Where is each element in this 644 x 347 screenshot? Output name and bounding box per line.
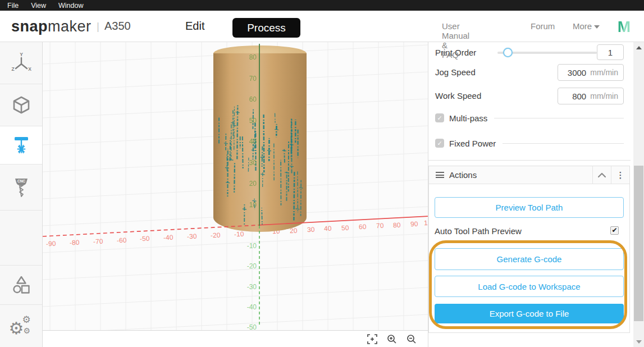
generate-gcode-button[interactable]: Generate G-code [435, 248, 624, 270]
zoom-in-button[interactable] [387, 334, 397, 344]
z-axis-label: 60 [242, 95, 257, 103]
sidebar-item-orientation[interactable]: Y Z X [0, 42, 42, 84]
sidebar-item-settings[interactable]: ⚙⚙⚙ [0, 305, 42, 347]
left-toolbar: Y Z X CNC [0, 42, 43, 347]
preview-tool-path-button[interactable]: Preview Tool Path [435, 197, 624, 218]
menu-window[interactable]: Window [58, 2, 83, 10]
svg-text:CNC: CNC [17, 179, 25, 183]
sidebar-item-laser[interactable] [0, 126, 42, 165]
fixed-power-label: Fixed Power [449, 139, 496, 148]
xyz-axis-icon: Y Z X [10, 52, 33, 74]
svg-text:Z: Z [11, 66, 14, 72]
actions-title: Actions [449, 170, 477, 180]
scroll-up-button[interactable] [633, 42, 644, 53]
fit-view-button[interactable] [367, 334, 377, 344]
triangle-up-icon [636, 46, 642, 49]
section-menu-button[interactable]: ⋮ [611, 166, 629, 184]
sidebar-cell-empty [0, 211, 42, 266]
work-speed-row: Work Speed 800 mm/min [435, 88, 624, 104]
viewport-axes [43, 42, 428, 330]
tab-edit[interactable]: Edit [185, 20, 204, 33]
cube-icon [10, 94, 33, 116]
jog-speed-row: Jog Speed 3000 mm/min [435, 64, 624, 81]
triangle-down-icon [636, 340, 642, 344]
svg-text:X: X [28, 66, 31, 72]
scrollbar-thumb[interactable] [634, 166, 643, 321]
section-divider [428, 160, 631, 161]
multi-pass-checkbox[interactable]: ✓ [435, 113, 444, 122]
slider-handle[interactable] [503, 48, 513, 57]
machine-model-label: A350 [104, 20, 131, 33]
print-order-input[interactable]: 1 [597, 44, 624, 60]
hamburger-icon[interactable] [436, 171, 444, 180]
zoom-out-button[interactable] [407, 334, 417, 344]
sidebar-item-3d-view[interactable] [0, 84, 42, 126]
z-axis-label: 40 [242, 138, 257, 145]
app-menu-bar: File View Window [0, 0, 644, 11]
laser-tool-icon [10, 134, 33, 157]
auto-preview-checkbox[interactable]: ✔ [610, 226, 619, 235]
auto-tool-path-preview-row: Auto Tool Path Preview ✔ [435, 225, 624, 236]
menu-file[interactable]: File [7, 2, 19, 10]
z-axis-label: 30 [242, 159, 257, 167]
print-order-row: Print Order 1 [435, 44, 624, 61]
menu-view[interactable]: View [31, 2, 46, 10]
z-axis-label: 70 [242, 75, 257, 83]
snapmaker-logo: snapmaker [11, 18, 92, 35]
link-forum[interactable]: Forum [531, 21, 554, 31]
jog-speed-unit: mm/min [590, 68, 618, 77]
auto-preview-label: Auto Tool Path Preview [435, 226, 522, 236]
process-settings-panel: Print Order 1 Jog Speed 3000 mm/min Work… [428, 42, 630, 347]
z-axis-label: 50 [242, 117, 257, 125]
work-speed-label: Work Speed [435, 91, 481, 101]
load-gcode-button[interactable]: Load G-code to Workspace [435, 276, 624, 297]
chevron-down-icon [594, 25, 600, 29]
menu-more[interactable]: More [573, 21, 610, 31]
print-order-slider[interactable] [497, 44, 597, 61]
divider-line [503, 143, 624, 144]
panel-scrollbar[interactable] [633, 42, 644, 347]
scroll-down-button[interactable] [633, 336, 644, 347]
multi-pass-label: Multi-pass [449, 113, 487, 123]
jog-speed-input[interactable]: 3000 mm/min [558, 64, 624, 81]
chevron-up-icon [598, 172, 606, 177]
collapse-section-button[interactable] [592, 166, 611, 184]
actions-card: Actions ⋮ Preview Tool Path Auto Tool Pa… [428, 166, 630, 333]
sidebar-item-shapes[interactable] [0, 266, 42, 305]
header-separator: | [97, 20, 99, 33]
cnc-tool-icon: CNC [10, 175, 33, 200]
multi-pass-row: ✓ Multi-pass [435, 112, 624, 124]
viewport-bottom-bar [43, 330, 428, 347]
vertical-dots-icon: ⋮ [616, 174, 625, 176]
app-header: snapmaker | A350 Edit Process User Manua… [0, 11, 644, 42]
viewport-3d[interactable]: -90-80-70-60-50-40-30-20-101020304050607… [43, 42, 428, 330]
gears-settings-icon: ⚙⚙⚙ [9, 314, 34, 339]
work-speed-unit: mm/min [590, 92, 618, 101]
actions-header: Actions ⋮ [429, 166, 629, 184]
svg-text:Y: Y [20, 52, 23, 57]
work-speed-input[interactable]: 800 mm/min [558, 88, 624, 104]
sidebar-item-cnc[interactable]: CNC [0, 165, 42, 211]
fixed-power-row: ✓ Fixed Power [435, 138, 624, 149]
m-logo[interactable]: M [618, 18, 631, 36]
export-gcode-button[interactable]: Export G-code to File [435, 304, 624, 323]
z-axis-label: 80 [242, 53, 257, 61]
z-axis-label: 10 [242, 201, 257, 209]
jog-speed-label: Jog Speed [435, 67, 476, 77]
z-axis-label: 20 [242, 180, 257, 188]
shapes-icon [10, 274, 33, 296]
fixed-power-checkbox[interactable]: ✓ [435, 139, 444, 148]
divider-line [494, 118, 624, 118]
tab-process[interactable]: Process [232, 18, 300, 38]
